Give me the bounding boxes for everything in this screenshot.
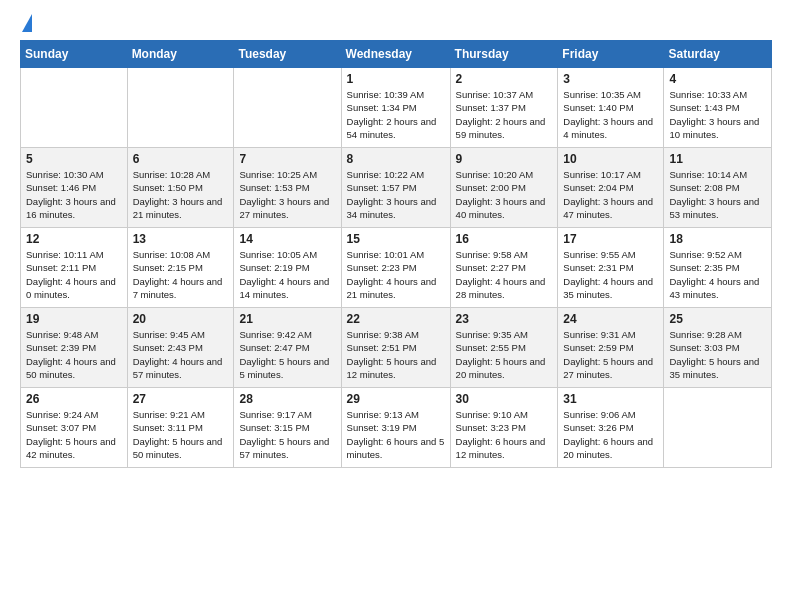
day-number: 24 <box>563 312 658 326</box>
day-cell: 28Sunrise: 9:17 AMSunset: 3:15 PMDayligh… <box>234 388 341 468</box>
day-cell <box>21 68 128 148</box>
day-number: 11 <box>669 152 766 166</box>
day-info: Sunrise: 9:13 AMSunset: 3:19 PMDaylight:… <box>347 408 445 461</box>
day-info: Sunrise: 10:20 AMSunset: 2:00 PMDaylight… <box>456 168 553 221</box>
day-info: Sunrise: 9:55 AMSunset: 2:31 PMDaylight:… <box>563 248 658 301</box>
day-info: Sunrise: 9:38 AMSunset: 2:51 PMDaylight:… <box>347 328 445 381</box>
day-cell: 8Sunrise: 10:22 AMSunset: 1:57 PMDayligh… <box>341 148 450 228</box>
day-cell: 14Sunrise: 10:05 AMSunset: 2:19 PMDaylig… <box>234 228 341 308</box>
day-cell: 25Sunrise: 9:28 AMSunset: 3:03 PMDayligh… <box>664 308 772 388</box>
day-cell: 22Sunrise: 9:38 AMSunset: 2:51 PMDayligh… <box>341 308 450 388</box>
weekday-header-saturday: Saturday <box>664 41 772 68</box>
day-number: 2 <box>456 72 553 86</box>
day-info: Sunrise: 9:10 AMSunset: 3:23 PMDaylight:… <box>456 408 553 461</box>
day-info: Sunrise: 9:52 AMSunset: 2:35 PMDaylight:… <box>669 248 766 301</box>
day-number: 3 <box>563 72 658 86</box>
day-number: 28 <box>239 392 335 406</box>
day-cell: 17Sunrise: 9:55 AMSunset: 2:31 PMDayligh… <box>558 228 664 308</box>
weekday-header-row: SundayMondayTuesdayWednesdayThursdayFrid… <box>21 41 772 68</box>
day-cell: 19Sunrise: 9:48 AMSunset: 2:39 PMDayligh… <box>21 308 128 388</box>
day-cell: 12Sunrise: 10:11 AMSunset: 2:11 PMDaylig… <box>21 228 128 308</box>
day-number: 22 <box>347 312 445 326</box>
day-cell <box>664 388 772 468</box>
day-info: Sunrise: 10:08 AMSunset: 2:15 PMDaylight… <box>133 248 229 301</box>
day-cell: 20Sunrise: 9:45 AMSunset: 2:43 PMDayligh… <box>127 308 234 388</box>
weekday-header-wednesday: Wednesday <box>341 41 450 68</box>
day-cell: 5Sunrise: 10:30 AMSunset: 1:46 PMDayligh… <box>21 148 128 228</box>
day-number: 19 <box>26 312 122 326</box>
day-cell: 24Sunrise: 9:31 AMSunset: 2:59 PMDayligh… <box>558 308 664 388</box>
day-info: Sunrise: 10:33 AMSunset: 1:43 PMDaylight… <box>669 88 766 141</box>
day-number: 1 <box>347 72 445 86</box>
weekday-header-thursday: Thursday <box>450 41 558 68</box>
day-cell: 6Sunrise: 10:28 AMSunset: 1:50 PMDayligh… <box>127 148 234 228</box>
day-cell: 26Sunrise: 9:24 AMSunset: 3:07 PMDayligh… <box>21 388 128 468</box>
day-info: Sunrise: 9:45 AMSunset: 2:43 PMDaylight:… <box>133 328 229 381</box>
day-cell: 9Sunrise: 10:20 AMSunset: 2:00 PMDayligh… <box>450 148 558 228</box>
day-info: Sunrise: 9:58 AMSunset: 2:27 PMDaylight:… <box>456 248 553 301</box>
day-cell: 4Sunrise: 10:33 AMSunset: 1:43 PMDayligh… <box>664 68 772 148</box>
day-number: 21 <box>239 312 335 326</box>
day-cell: 2Sunrise: 10:37 AMSunset: 1:37 PMDayligh… <box>450 68 558 148</box>
day-info: Sunrise: 10:39 AMSunset: 1:34 PMDaylight… <box>347 88 445 141</box>
week-row-4: 19Sunrise: 9:48 AMSunset: 2:39 PMDayligh… <box>21 308 772 388</box>
day-number: 8 <box>347 152 445 166</box>
day-cell: 1Sunrise: 10:39 AMSunset: 1:34 PMDayligh… <box>341 68 450 148</box>
day-cell: 23Sunrise: 9:35 AMSunset: 2:55 PMDayligh… <box>450 308 558 388</box>
day-cell: 31Sunrise: 9:06 AMSunset: 3:26 PMDayligh… <box>558 388 664 468</box>
day-info: Sunrise: 10:11 AMSunset: 2:11 PMDaylight… <box>26 248 122 301</box>
day-cell: 27Sunrise: 9:21 AMSunset: 3:11 PMDayligh… <box>127 388 234 468</box>
day-info: Sunrise: 10:17 AMSunset: 2:04 PMDaylight… <box>563 168 658 221</box>
day-cell: 7Sunrise: 10:25 AMSunset: 1:53 PMDayligh… <box>234 148 341 228</box>
day-number: 5 <box>26 152 122 166</box>
day-cell: 30Sunrise: 9:10 AMSunset: 3:23 PMDayligh… <box>450 388 558 468</box>
weekday-header-monday: Monday <box>127 41 234 68</box>
day-info: Sunrise: 9:42 AMSunset: 2:47 PMDaylight:… <box>239 328 335 381</box>
day-info: Sunrise: 9:24 AMSunset: 3:07 PMDaylight:… <box>26 408 122 461</box>
weekday-header-sunday: Sunday <box>21 41 128 68</box>
day-cell: 3Sunrise: 10:35 AMSunset: 1:40 PMDayligh… <box>558 68 664 148</box>
day-info: Sunrise: 9:35 AMSunset: 2:55 PMDaylight:… <box>456 328 553 381</box>
day-number: 30 <box>456 392 553 406</box>
day-cell: 29Sunrise: 9:13 AMSunset: 3:19 PMDayligh… <box>341 388 450 468</box>
week-row-2: 5Sunrise: 10:30 AMSunset: 1:46 PMDayligh… <box>21 148 772 228</box>
day-number: 23 <box>456 312 553 326</box>
day-number: 7 <box>239 152 335 166</box>
logo-text <box>20 18 32 32</box>
day-cell: 18Sunrise: 9:52 AMSunset: 2:35 PMDayligh… <box>664 228 772 308</box>
day-info: Sunrise: 9:06 AMSunset: 3:26 PMDaylight:… <box>563 408 658 461</box>
day-cell: 15Sunrise: 10:01 AMSunset: 2:23 PMDaylig… <box>341 228 450 308</box>
day-info: Sunrise: 10:37 AMSunset: 1:37 PMDaylight… <box>456 88 553 141</box>
day-number: 10 <box>563 152 658 166</box>
calendar-table: SundayMondayTuesdayWednesdayThursdayFrid… <box>20 40 772 468</box>
day-cell: 13Sunrise: 10:08 AMSunset: 2:15 PMDaylig… <box>127 228 234 308</box>
day-info: Sunrise: 10:35 AMSunset: 1:40 PMDaylight… <box>563 88 658 141</box>
logo-triangle-icon <box>22 14 32 32</box>
day-number: 4 <box>669 72 766 86</box>
day-number: 26 <box>26 392 122 406</box>
week-row-1: 1Sunrise: 10:39 AMSunset: 1:34 PMDayligh… <box>21 68 772 148</box>
day-info: Sunrise: 10:28 AMSunset: 1:50 PMDaylight… <box>133 168 229 221</box>
header <box>20 18 772 32</box>
day-number: 6 <box>133 152 229 166</box>
day-number: 31 <box>563 392 658 406</box>
day-info: Sunrise: 10:05 AMSunset: 2:19 PMDaylight… <box>239 248 335 301</box>
day-number: 14 <box>239 232 335 246</box>
day-cell <box>127 68 234 148</box>
day-info: Sunrise: 9:21 AMSunset: 3:11 PMDaylight:… <box>133 408 229 461</box>
day-cell: 16Sunrise: 9:58 AMSunset: 2:27 PMDayligh… <box>450 228 558 308</box>
weekday-header-tuesday: Tuesday <box>234 41 341 68</box>
day-info: Sunrise: 10:30 AMSunset: 1:46 PMDaylight… <box>26 168 122 221</box>
day-cell: 21Sunrise: 9:42 AMSunset: 2:47 PMDayligh… <box>234 308 341 388</box>
day-number: 13 <box>133 232 229 246</box>
calendar-page: SundayMondayTuesdayWednesdayThursdayFrid… <box>0 0 792 480</box>
day-info: Sunrise: 10:25 AMSunset: 1:53 PMDaylight… <box>239 168 335 221</box>
logo <box>20 18 32 32</box>
day-cell: 10Sunrise: 10:17 AMSunset: 2:04 PMDaylig… <box>558 148 664 228</box>
day-info: Sunrise: 9:17 AMSunset: 3:15 PMDaylight:… <box>239 408 335 461</box>
day-number: 9 <box>456 152 553 166</box>
day-info: Sunrise: 10:14 AMSunset: 2:08 PMDaylight… <box>669 168 766 221</box>
day-number: 15 <box>347 232 445 246</box>
day-number: 29 <box>347 392 445 406</box>
weekday-header-friday: Friday <box>558 41 664 68</box>
